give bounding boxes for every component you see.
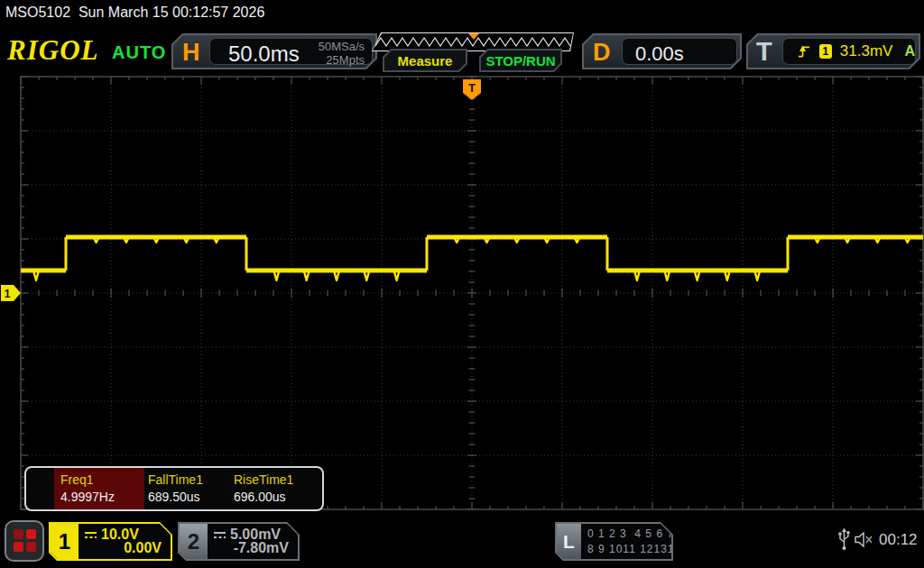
d-label: D: [593, 39, 611, 67]
timebase-value: 50.0ms: [228, 41, 300, 67]
delay-panel: 0.00s: [622, 38, 737, 65]
logic-analyzer-tab: L: [557, 524, 581, 559]
stop-run-button[interactable]: STOP/RUN: [479, 49, 562, 72]
trigger-level-value: 31.3mV: [840, 42, 893, 60]
system-info-bar: MSO5102 Sun March 15 00:12:57 2026: [0, 0, 924, 27]
menu-grid-icon: [14, 529, 23, 539]
preview-trigger-position-icon: [468, 33, 479, 40]
delay-value: 0.00s: [635, 42, 684, 66]
dc-coupling-icon: [213, 530, 226, 539]
sound-muted-icon[interactable]: [855, 531, 875, 548]
trigger-status-box[interactable]: T 1 31.3mV A: [746, 33, 920, 69]
channel-1-status-box[interactable]: 1 10.0V 0.00V: [49, 522, 172, 561]
dc-coupling-icon: [84, 530, 97, 539]
channel-1-offset: 0.00V: [124, 540, 162, 556]
channel-2-tab: 2: [180, 524, 208, 559]
svg-text:1: 1: [5, 288, 11, 300]
digital-channels-row1: 0 1 2 3 4 5 6 7: [587, 527, 674, 540]
channel-1-tab: 1: [51, 524, 79, 559]
channel-2-offset: -7.80mV: [234, 540, 289, 556]
measure-button[interactable]: Measure: [383, 49, 467, 72]
sample-rate: 50MSa/s: [319, 40, 365, 53]
memory-waveform-preview[interactable]: [372, 32, 574, 51]
horizontal-delay-box[interactable]: D 0.00s: [582, 33, 742, 69]
t-label: T: [756, 37, 772, 67]
model-and-datetime: MSO5102 Sun March 15 00:12:57 2026: [5, 5, 264, 21]
horizontal-timebase-box[interactable]: H 50.0ms 50MSa/s 25Mpts: [171, 33, 377, 69]
trigger-sweep-mode: A: [904, 43, 915, 60]
timebase-panel: 50.0ms 50MSa/s 25Mpts: [209, 38, 373, 65]
logic-analyzer-status-box[interactable]: L 0 1 2 3 4 5 6 7 8 9 1011 12131415: [555, 522, 673, 561]
usb-icon: [837, 527, 851, 551]
oscilloscope-screen: T1 MSO5102 Sun March 15 00:12:57 2026 RI…: [0, 0, 924, 568]
memory-depth: 25Mpts: [319, 53, 365, 67]
channel-2-status-box[interactable]: 2 5.00mV -7.80mV: [178, 522, 300, 561]
main-menu-button[interactable]: [5, 520, 44, 562]
rising-edge-trigger-icon: [798, 44, 811, 59]
h-label: H: [182, 39, 200, 67]
svg-text:T: T: [468, 81, 476, 95]
rigol-logo: RIGOL: [7, 34, 98, 67]
uptime-clock: 00:12: [879, 531, 918, 549]
sample-rate-block: 50MSa/s 25Mpts: [319, 40, 365, 67]
measurement-results-panel: Freq1 4.9997Hz FallTime1 689.50us RiseTi…: [24, 466, 324, 511]
acquisition-mode-label: AUTO: [112, 42, 166, 63]
trigger-source-badge: 1: [819, 44, 832, 59]
